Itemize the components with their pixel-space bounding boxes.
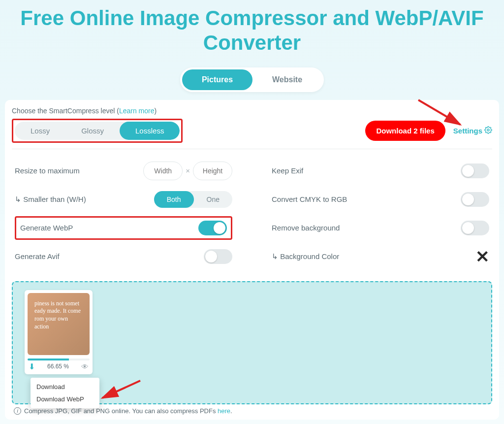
download-menu: Download Download WebP bbox=[31, 378, 99, 408]
settings-button[interactable]: Settings bbox=[453, 126, 492, 135]
tab-pictures[interactable]: Pictures bbox=[182, 69, 252, 90]
thumbnail-quote: piness is not somet eady made. It come r… bbox=[34, 300, 83, 348]
keep-exif-toggle[interactable] bbox=[461, 163, 489, 178]
smaller-both[interactable]: Both bbox=[154, 191, 194, 208]
compression-percent: 66.65 % bbox=[47, 363, 69, 370]
main-panel: Choose the SmartCompress level (Learn mo… bbox=[5, 100, 499, 420]
width-input[interactable] bbox=[143, 162, 183, 180]
remove-bg-toggle[interactable] bbox=[461, 221, 489, 235]
top-right-actions: Download 2 files Settings bbox=[365, 121, 492, 141]
svg-point-0 bbox=[487, 129, 489, 131]
learn-more-link[interactable]: Learn more bbox=[119, 107, 155, 115]
page-title: Free Online Image Compressor and WebP/AV… bbox=[0, 0, 504, 56]
drop-area[interactable]: piness is not somet eady made. It come r… bbox=[12, 281, 492, 404]
generate-webp-row: Generate WebP bbox=[15, 216, 232, 240]
pdf-link[interactable]: here bbox=[218, 407, 230, 415]
keep-exif-row: Keep Exif bbox=[272, 159, 489, 183]
level-lossless[interactable]: Lossless bbox=[120, 122, 180, 140]
convert-cmyk-toggle[interactable] bbox=[461, 192, 489, 207]
generate-avif-label: Generate Avif bbox=[15, 252, 60, 261]
generate-webp-label: Generate WebP bbox=[20, 224, 73, 232]
thumbnail-footer: ⬇ 66.65 % 👁 bbox=[28, 362, 90, 371]
keep-exif-label: Keep Exif bbox=[272, 166, 303, 175]
compress-level-helper: Choose the SmartCompress level (Learn mo… bbox=[12, 107, 492, 115]
resize-inputs: × bbox=[143, 162, 232, 180]
remove-bg-label: Remove background bbox=[272, 224, 340, 232]
level-lossy[interactable]: Lossy bbox=[15, 122, 65, 140]
menu-download-webp[interactable]: Download WebP bbox=[31, 393, 99, 405]
smaller-than-label: ↳ Smaller than (W/H) bbox=[15, 195, 86, 204]
times-icon: × bbox=[186, 166, 190, 175]
info-icon: i bbox=[14, 407, 21, 415]
download-icon[interactable]: ⬇ bbox=[29, 362, 35, 371]
smaller-one[interactable]: One bbox=[194, 191, 232, 208]
compression-level-highlight: Lossy Glossy Lossless bbox=[12, 119, 183, 143]
convert-cmyk-row: Convert CMYK to RGB bbox=[272, 188, 489, 211]
resize-label: Resize to maximum bbox=[15, 166, 80, 175]
level-glossy[interactable]: Glossy bbox=[65, 122, 120, 140]
preview-icon[interactable]: 👁 bbox=[81, 362, 89, 371]
generate-avif-toggle[interactable] bbox=[204, 249, 232, 264]
height-input[interactable] bbox=[193, 162, 232, 180]
image-thumbnail-card: piness is not somet eady made. It come r… bbox=[25, 290, 93, 374]
thumbnail-image: piness is not somet eady made. It come r… bbox=[28, 293, 90, 355]
remove-bg-row: Remove background bbox=[272, 216, 489, 240]
gear-icon bbox=[484, 126, 492, 135]
bg-color-label: ↳ Background Color bbox=[272, 252, 339, 261]
smaller-than-segment: Both One bbox=[154, 191, 232, 208]
footer-note: i Compress JPG, GIF and PNG online. You … bbox=[12, 407, 492, 415]
generate-webp-toggle[interactable] bbox=[198, 221, 227, 235]
smaller-than-row: ↳ Smaller than (W/H) Both One bbox=[15, 188, 232, 211]
bg-color-row: ↳ Background Color ✕ bbox=[272, 245, 489, 268]
tabs-container: Pictures Website bbox=[0, 67, 504, 92]
close-icon[interactable]: ✕ bbox=[475, 247, 489, 266]
settings-label: Settings bbox=[453, 127, 482, 135]
progress-bar bbox=[28, 359, 90, 360]
menu-download[interactable]: Download bbox=[31, 381, 99, 393]
top-row: Lossy Glossy Lossless Download 2 files S… bbox=[12, 119, 492, 149]
generate-avif-row: Generate Avif bbox=[15, 245, 232, 268]
compression-level-segment: Lossy Glossy Lossless bbox=[15, 122, 180, 140]
mode-tabs: Pictures Website bbox=[180, 67, 324, 92]
tab-website[interactable]: Website bbox=[252, 69, 322, 90]
convert-cmyk-label: Convert CMYK to RGB bbox=[272, 195, 347, 203]
resize-row: Resize to maximum × bbox=[15, 159, 232, 183]
download-all-button[interactable]: Download 2 files bbox=[365, 121, 445, 141]
options-grid: Resize to maximum × Keep Exif ↳ Smaller … bbox=[12, 156, 492, 275]
